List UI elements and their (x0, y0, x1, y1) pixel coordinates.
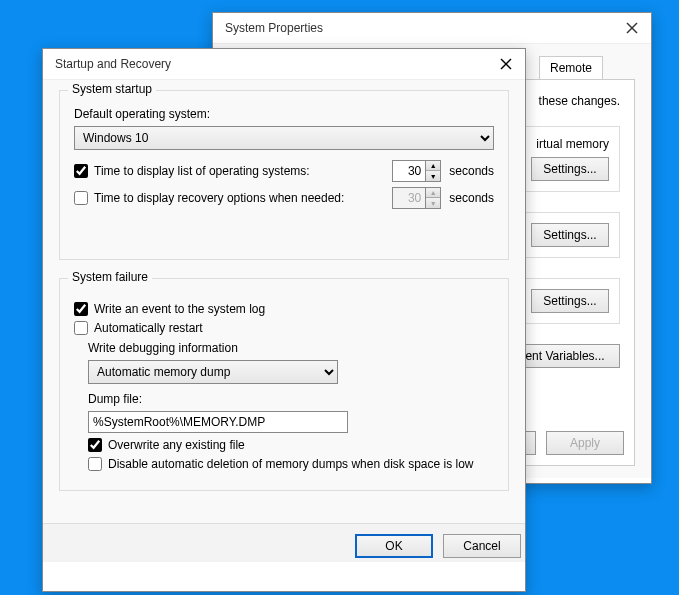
write-debug-label: Write debugging information (88, 341, 238, 355)
bg-close-icon[interactable] (625, 21, 639, 35)
overwrite-label: Overwrite any existing file (108, 438, 245, 452)
dump-file-input[interactable] (88, 411, 348, 433)
bg-settings-button-2[interactable]: Settings... (531, 223, 609, 247)
write-event-label: Write an event to the system log (94, 302, 265, 316)
fg-titlebar: Startup and Recovery (43, 49, 525, 80)
spin-down-icon[interactable]: ▼ (426, 171, 440, 181)
dump-file-label: Dump file: (88, 392, 142, 406)
bg-apply-button[interactable]: Apply (546, 431, 624, 455)
group-failure-label: System failure (68, 270, 152, 284)
auto-restart-checkbox[interactable]: Automatically restart (74, 321, 203, 335)
dialog-button-row: OK Cancel (43, 523, 525, 562)
startup-recovery-dialog: Startup and Recovery System startup Defa… (42, 48, 526, 592)
bg-settings-button-3[interactable]: Settings... (531, 289, 609, 313)
bg-env-vars-button[interactable]: ent Variables... (510, 344, 620, 368)
disable-delete-label: Disable automatic deletion of memory dum… (108, 457, 474, 471)
cancel-button[interactable]: Cancel (443, 534, 521, 558)
spin-up-icon[interactable]: ▲ (426, 188, 440, 198)
disable-delete-checkbox[interactable]: Disable automatic deletion of memory dum… (88, 457, 474, 471)
bg-titlebar: System Properties (213, 13, 651, 44)
group-startup-label: System startup (68, 82, 156, 96)
group-system-failure: System failure Write an event to the sys… (59, 278, 509, 491)
overwrite-checkbox[interactable]: Overwrite any existing file (88, 438, 245, 452)
debug-info-dropdown[interactable]: Automatic memory dump (88, 360, 338, 384)
time-os-list-checkbox[interactable]: Time to display list of operating system… (74, 164, 310, 178)
bg-title: System Properties (225, 21, 323, 35)
seconds-label-1: seconds (449, 164, 494, 178)
default-os-dropdown[interactable]: Windows 10 (74, 126, 494, 150)
write-event-checkbox[interactable]: Write an event to the system log (74, 302, 265, 316)
spin-down-icon[interactable]: ▼ (426, 198, 440, 208)
fg-title: Startup and Recovery (55, 57, 171, 71)
time-os-list-spinner[interactable]: ▲ ▼ (392, 160, 441, 182)
time-recovery-checkbox[interactable]: Time to display recovery options when ne… (74, 191, 344, 205)
tab-remote[interactable]: Remote (539, 56, 603, 79)
time-os-list-label: Time to display list of operating system… (94, 164, 310, 178)
time-recovery-spinner[interactable]: ▲ ▼ (392, 187, 441, 209)
default-os-label: Default operating system: (74, 107, 210, 121)
close-icon[interactable] (499, 57, 513, 71)
seconds-label-2: seconds (449, 191, 494, 205)
auto-restart-label: Automatically restart (94, 321, 203, 335)
bg-settings-button-1[interactable]: Settings... (531, 157, 609, 181)
group-system-startup: System startup Default operating system:… (59, 90, 509, 260)
time-recovery-label: Time to display recovery options when ne… (94, 191, 344, 205)
bg-virtual-memory-text: irtual memory (536, 137, 609, 151)
ok-button[interactable]: OK (355, 534, 433, 558)
spin-up-icon[interactable]: ▲ (426, 161, 440, 171)
